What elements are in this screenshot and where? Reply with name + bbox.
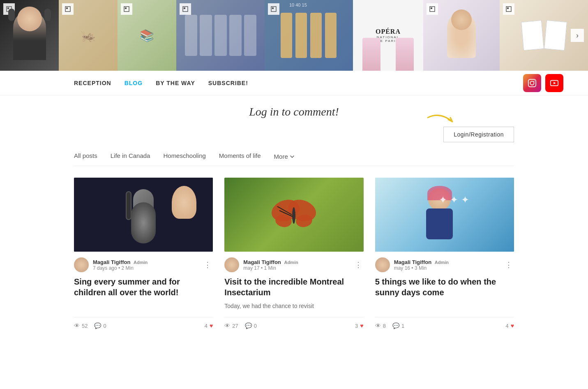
strip-image-3: 📚 [118,0,176,71]
nav-links: RECEPTION BLOG BY THE WAY SUBSCRIBE! [74,80,248,86]
like-btn-1[interactable]: 4 ♥ [205,322,213,329]
heart-icon-2: ♥ [360,322,363,329]
tab-life-canada[interactable]: Life in Canada [111,152,150,161]
blog-area: Log in to comment! Login/Registration Al… [0,105,588,329]
chevron-down-icon [290,154,295,159]
author-left-1: Magali Tigiffon Admin 7 days ago • 2 Min [74,257,148,272]
post-options-3[interactable]: ⋮ [503,259,514,271]
post-options-2[interactable]: ⋮ [353,259,364,271]
author-name-1: Magali Tigiffon Admin [93,259,148,265]
strip-image-girl [423,0,500,71]
svg-marker-18 [553,82,556,84]
tab-homeschooling[interactable]: Homeschooling [163,152,205,161]
blog-grid: Magali Tigiffon Admin 7 days ago • 2 Min… [74,178,514,329]
svg-point-15 [530,81,534,85]
comments-stat-3: 💬 1 [392,322,404,329]
strip-image-4 [176,0,265,71]
author-meta-3: may 16 • 3 Min [394,265,449,271]
strip-image-2: 🦗 [59,0,118,71]
like-btn-3[interactable]: 4 ♥ [505,322,514,329]
author-info-2: Magali Tigiffon Admin may 17 • 1 Min [243,259,298,271]
card-excerpt-2: Today, we had the chance to revisit [224,302,363,310]
comment-icon-2: 💬 [245,322,252,329]
heart-icon-1: ♥ [210,322,213,329]
heart-icon-3: ♥ [511,322,514,329]
comments-stat-1: 💬 0 [94,322,106,329]
nav-byway[interactable]: BY THE WAY [156,80,195,86]
strip-image-opera: OPÉRA NATIONAL DE PARIS [353,0,424,71]
nav-reception[interactable]: RECEPTION [74,80,111,86]
arrow-graphic [424,109,465,130]
card-image-2 [224,178,363,252]
author-name-2: Magali Tigiffon Admin [243,259,298,265]
avatar-2 [224,257,239,272]
card-footer-1: 👁 52 💬 0 4 ♥ [74,317,213,329]
author-meta-1: 7 days ago • 2 Min [93,265,148,271]
eye-icon-3: 👁 [375,322,381,329]
card-image-3: ✦ ✦ ✦ [375,178,514,252]
card-stats-2: 👁 27 💬 0 [224,322,257,329]
login-prompt-text: Log in to comment! [249,105,339,118]
svg-point-16 [534,80,535,81]
comments-stat-2: 💬 0 [245,322,257,329]
author-row-1: Magali Tigiffon Admin 7 days ago • 2 Min… [74,257,213,272]
strip-image-1 [0,0,59,71]
main-nav: RECEPTION BLOG BY THE WAY SUBSCRIBE! [0,71,588,95]
author-info-3: Magali Tigiffon Admin may 16 • 3 Min [394,259,449,271]
image-strip: 🦗 📚 10 40 15 OPÉRA [0,0,588,71]
eye-icon-2: 👁 [224,322,230,329]
tab-moments[interactable]: Moments of life [219,152,261,161]
author-row-2: Magali Tigiffon Admin may 17 • 1 Min ⋮ [224,257,363,272]
nav-subscribe[interactable]: SUBSCRIBE! [208,80,248,86]
author-left-3: Magali Tigiffon Admin may 16 • 3 Min [375,257,449,272]
tab-all-posts[interactable]: All posts [74,152,97,161]
post-options-1[interactable]: ⋮ [202,259,213,271]
eye-icon-1: 👁 [74,322,80,329]
nav-blog[interactable]: BLOG [125,80,143,86]
blog-card-3: ✦ ✦ ✦ Magali Tigiffon Admin may 16 [375,178,514,329]
instagram-button[interactable] [523,74,541,92]
svg-point-25 [292,207,295,224]
views-stat-3: 👁 8 [375,322,386,329]
author-info-1: Magali Tigiffon Admin 7 days ago • 2 Min [93,259,148,271]
card-image-1 [74,178,213,252]
strip-image-5: 10 40 15 [265,0,353,71]
youtube-button[interactable] [545,74,563,92]
author-name-3: Magali Tigiffon Admin [394,259,449,265]
like-btn-2[interactable]: 3 ♥ [355,322,364,329]
card-title-3[interactable]: 5 things we like to do when the sunny da… [375,276,514,298]
card-title-2[interactable]: Visit to the incredible Montreal Insecta… [224,276,363,298]
card-stats-3: 👁 8 💬 1 [375,322,404,329]
views-stat-2: 👁 27 [224,322,238,329]
social-icons [523,74,563,92]
butterfly-graphic [269,194,318,235]
comment-icon-3: 💬 [392,322,399,329]
login-header: Log in to comment! [74,105,514,118]
comment-icon-1: 💬 [94,322,101,329]
views-stat-1: 👁 52 [74,322,88,329]
strip-next-button[interactable]: › [571,29,584,42]
card-stats-1: 👁 52 💬 0 [74,322,106,329]
card-footer-2: 👁 27 💬 0 3 ♥ [224,317,363,329]
author-row-3: Magali Tigiffon Admin may 16 • 3 Min ⋮ [375,257,514,272]
card-footer-3: 👁 8 💬 1 4 ♥ [375,317,514,329]
category-tabs: All posts Life in Canada Homeschooling M… [74,152,514,166]
card-title-1[interactable]: Sing every summer and for children all o… [74,276,213,298]
author-left-2: Magali Tigiffon Admin may 17 • 1 Min [224,257,298,272]
svg-rect-14 [528,79,536,86]
tab-more[interactable]: More [274,153,295,160]
blog-card-1: Magali Tigiffon Admin 7 days ago • 2 Min… [74,178,213,329]
avatar-1 [74,257,89,272]
avatar-3 [375,257,390,272]
author-meta-2: may 17 • 1 Min [243,265,298,271]
blog-card-2: Magali Tigiffon Admin may 17 • 1 Min ⋮ V… [224,178,363,329]
